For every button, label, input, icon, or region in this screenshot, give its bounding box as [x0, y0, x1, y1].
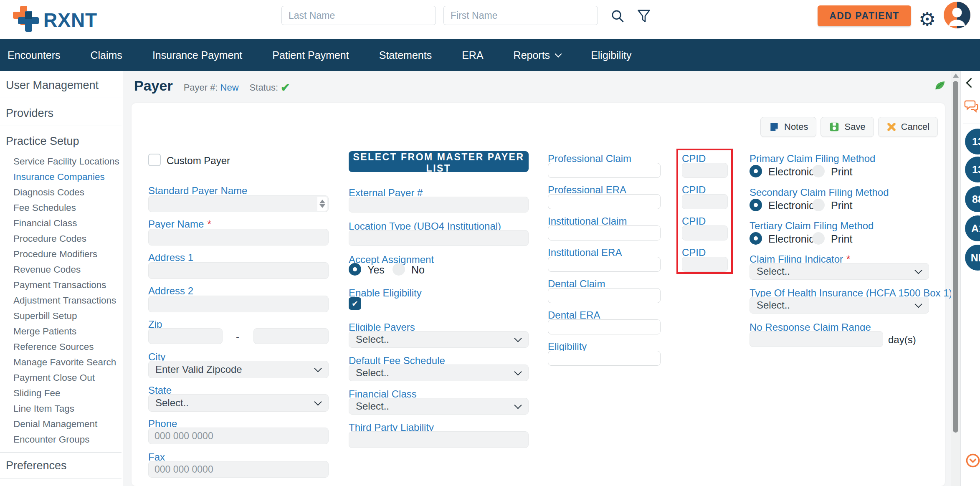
sidebar-item-superbill-setup[interactable]: Superbill Setup — [13, 308, 123, 324]
third-party-liability-input[interactable] — [349, 431, 529, 448]
nav-patient-payment[interactable]: Patient Payment — [272, 49, 349, 61]
payer-badge[interactable]: A1 — [965, 215, 980, 241]
nav-eligibility[interactable]: Eligibility — [591, 49, 631, 61]
secondary-print-radio[interactable] — [812, 199, 825, 211]
no-response-claim-range-input[interactable] — [750, 331, 883, 347]
add-patient-button[interactable]: ADD PATIENT — [818, 5, 911, 26]
zip-plus4-input[interactable] — [253, 328, 329, 344]
leaf-icon[interactable] — [934, 79, 946, 92]
accept-assignment-yes-radio[interactable] — [349, 263, 361, 276]
sidebar-item-sliding-fee[interactable]: Sliding Fee — [13, 385, 123, 401]
eligible-payers-select[interactable]: Select.. — [349, 331, 529, 348]
claim-filing-indicator-select[interactable]: Select.. — [750, 263, 929, 280]
nav-era[interactable]: ERA — [462, 49, 483, 61]
institutional-claim-input[interactable] — [548, 225, 661, 240]
dental-era-input[interactable] — [548, 319, 661, 334]
scroll-up-arrow-icon[interactable] — [953, 73, 959, 78]
sidebar-item-revenue-codes[interactable]: Revenue Codes — [13, 262, 123, 277]
sidebar-item-adjustment-transactions[interactable]: Adjustment Transactions — [13, 293, 123, 308]
professional-claim-input[interactable] — [548, 163, 661, 178]
cpid-input-4[interactable] — [682, 257, 728, 272]
sidebar-item-payment-transactions[interactable]: Payment Transactions — [13, 277, 123, 293]
sidebar-item-diagnosis-codes[interactable]: Diagnosis Codes — [13, 185, 123, 200]
type-of-health-insurance-select[interactable]: Select.. — [750, 297, 929, 314]
sidebar-item-insurance-companies[interactable]: Insurance Companies — [13, 169, 123, 185]
tertiary-print-radio[interactable] — [812, 232, 825, 245]
last-name-input[interactable] — [281, 6, 436, 25]
select-master-payer-button[interactable]: SELECT FROM MASTER PAYER LIST — [349, 151, 529, 172]
sidebar-item-fee-schedules[interactable]: Fee Schedules — [13, 200, 123, 215]
payer-name-input[interactable] — [148, 229, 329, 246]
scroll-down-icon[interactable] — [319, 204, 325, 208]
nav-insurance-payment[interactable]: Insurance Payment — [152, 49, 242, 61]
address2-input[interactable] — [148, 296, 329, 312]
sidebar-item-reference-sources[interactable]: Reference Sources — [13, 339, 123, 354]
tertiary-electronic-radio[interactable] — [750, 232, 762, 245]
sidebar-item-providers[interactable]: Providers — [6, 107, 117, 119]
sidebar-item-denial-management[interactable]: Denial Management — [13, 416, 123, 432]
state-select[interactable]: Select.. — [148, 394, 329, 412]
page-header: Payer Payer #:New Status:✔ — [134, 78, 290, 94]
nav-statements[interactable]: Statements — [379, 49, 432, 61]
standard-payer-name-field[interactable] — [148, 195, 329, 212]
scrollbar-thumb[interactable] — [953, 81, 958, 433]
avatar[interactable] — [944, 2, 970, 28]
scroll-up-icon[interactable] — [319, 200, 325, 203]
secondary-electronic-radio[interactable] — [750, 199, 762, 211]
payer-badge[interactable]: NE — [965, 245, 980, 271]
address1-input[interactable] — [148, 262, 329, 279]
institutional-era-input[interactable] — [548, 257, 661, 272]
city-select[interactable]: Enter Valid Zipcode — [148, 361, 329, 378]
gear-icon[interactable]: ⚙ — [919, 6, 936, 33]
tertiary-claim-filing-label: Tertiary Claim Filing Method — [750, 220, 874, 232]
sidebar-item-payment-close-out[interactable]: Payment Close Out — [13, 370, 123, 385]
nav-claims[interactable]: Claims — [90, 49, 122, 61]
payer-badge[interactable]: 13 — [965, 129, 980, 154]
fax-input[interactable] — [148, 461, 329, 478]
field-scrollbar[interactable] — [317, 197, 327, 211]
save-button[interactable]: Save — [820, 117, 874, 137]
first-name-input[interactable] — [443, 6, 598, 25]
phone-input[interactable] — [148, 428, 329, 444]
enable-eligibility-checkbox[interactable]: ✔ — [349, 297, 361, 310]
sidebar-item-preferences[interactable]: Preferences — [6, 460, 117, 471]
nav-encounters[interactable]: Encounters — [8, 49, 60, 61]
primary-print-radio[interactable] — [812, 165, 825, 177]
expand-circle-down-icon[interactable] — [965, 453, 980, 468]
sidebar-item-procedure-modifiers[interactable]: Procedure Modifiers — [13, 246, 123, 262]
cpid-input-2[interactable] — [682, 194, 728, 209]
sidebar-item-merge-patients[interactable]: Merge Patients — [13, 324, 123, 339]
search-icon[interactable] — [610, 8, 625, 24]
accept-assignment-no-radio[interactable] — [393, 263, 405, 276]
primary-electronic-radio[interactable] — [750, 165, 762, 177]
sidebar-item-financial-class[interactable]: Financial Class — [13, 215, 123, 231]
vertical-scrollbar[interactable] — [951, 71, 960, 486]
sidebar-item-encounter-groups[interactable]: Encounter Groups — [13, 432, 123, 447]
financial-class-select[interactable]: Select.. — [349, 398, 529, 415]
professional-era-input[interactable] — [548, 194, 661, 209]
custom-payer-checkbox[interactable] — [148, 154, 161, 166]
nav-reports[interactable]: Reports — [514, 49, 561, 61]
zip-input[interactable] — [148, 328, 223, 344]
collapse-panel-chevron-icon[interactable] — [966, 78, 976, 88]
sidebar-item-service-facility-locations[interactable]: Service Facility Locations — [13, 154, 123, 169]
external-payer-input[interactable] — [349, 197, 529, 213]
chat-icon[interactable] — [964, 99, 978, 114]
cancel-button[interactable]: Cancel — [878, 117, 938, 137]
eligibility-input[interactable] — [548, 351, 661, 366]
filter-icon[interactable] — [636, 8, 651, 24]
cpid-input-1[interactable] — [682, 163, 728, 178]
cpid-input-3[interactable] — [682, 225, 728, 240]
payer-badge[interactable]: 13 — [965, 157, 980, 182]
payer-badge[interactable]: 88 — [965, 186, 980, 212]
notes-button[interactable]: Notes — [760, 117, 816, 137]
dental-claim-input[interactable] — [548, 288, 661, 303]
sidebar-item-user-management[interactable]: User Management — [6, 79, 117, 91]
sidebar-item-procedure-codes[interactable]: Procedure Codes — [13, 231, 123, 246]
sidebar-item-manage-favorite-search[interactable]: Manage Favorite Search — [13, 354, 123, 370]
print-label: Print — [831, 200, 852, 212]
sidebar-item-line-item-tags[interactable]: Line Item Tags — [13, 401, 123, 416]
location-type-input[interactable] — [349, 230, 529, 246]
sidebar-item-practice-setup[interactable]: Practice Setup — [6, 135, 117, 147]
default-fee-schedule-select[interactable]: Select.. — [349, 364, 529, 381]
